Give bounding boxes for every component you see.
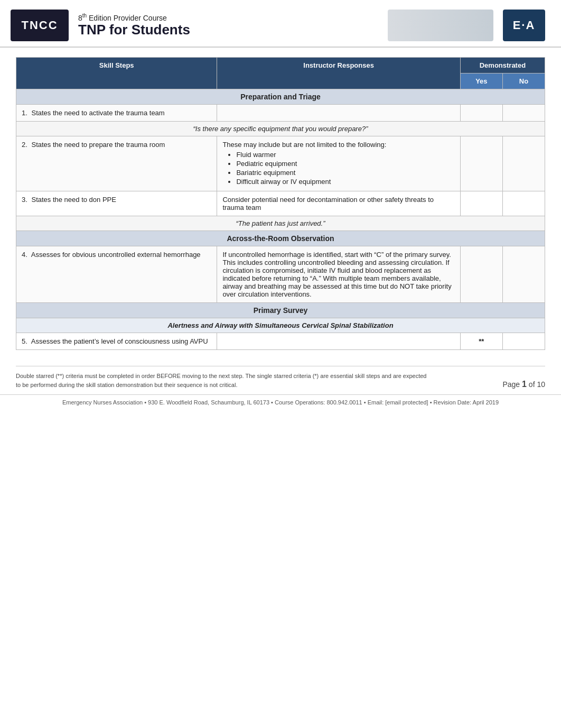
no-cell-2: [502, 136, 545, 191]
edition-label: 8th Edition Provider Course: [78, 13, 378, 22]
yes-cell-1: [460, 105, 502, 122]
table-row: 4. Assesses for obvious uncontrolled ext…: [16, 246, 545, 303]
col-header-yes: Yes: [460, 73, 502, 89]
no-cell-3: [502, 191, 545, 216]
col-header-response: Instructor Responses: [217, 58, 460, 89]
skill-cell-5: 5. Assesses the patient’s level of consc…: [16, 333, 217, 350]
response-cell-5: [217, 333, 460, 350]
section-prep-triage: Preparation and Triage: [16, 89, 545, 105]
response-cell-3: Consider potential need for decontaminat…: [217, 191, 460, 216]
skill-cell-3: 3. States the need to don PPE: [16, 191, 217, 216]
list-item: Difficult airway or IV equipment: [236, 178, 454, 186]
subsection-alertness: Alertness and Airway with Simultaneous C…: [16, 318, 545, 333]
list-item: Fluid warmer: [236, 151, 454, 159]
no-cell-4: [502, 246, 545, 303]
col-header-no: No: [502, 73, 545, 89]
footer-bar: Emergency Nurses Association • 930 E. Wo…: [0, 394, 561, 410]
list-item: Pediatric equipment: [236, 160, 454, 168]
footer-note: Double starred (**) criteria must be com…: [16, 366, 545, 389]
header-image: [388, 10, 493, 41]
response-cell-2: These may include but are not limited to…: [217, 136, 460, 191]
skill-cell-1: 1. States the need to activate the traum…: [16, 105, 217, 122]
yes-cell-5: **: [460, 333, 502, 350]
no-cell-1: [502, 105, 545, 122]
response-cell-4: If uncontrolled hemorrhage is identified…: [217, 246, 460, 303]
header-badge: E·A: [503, 10, 545, 41]
skill-cell-4: 4. Assesses for obvious uncontrolled ext…: [16, 246, 217, 303]
response-cell-1: [217, 105, 460, 122]
section-primary-survey: Primary Survey: [16, 303, 545, 318]
section-label: Primary Survey: [16, 303, 545, 318]
italic-label: “Is there any specific equipment that yo…: [16, 122, 545, 136]
logo-text: TNCC: [21, 19, 58, 32]
list-item: Bariatric equipment: [236, 169, 454, 177]
skill-table: Skill Steps Instructor Responses Demonst…: [16, 57, 545, 350]
italic-label: “The patient has just arrived.”: [16, 216, 545, 231]
page-header: TNCC 8th Edition Provider Course TNP for…: [0, 0, 561, 48]
table-row: 1. States the need to activate the traum…: [16, 105, 545, 122]
section-label: Across-the-Room Observation: [16, 231, 545, 246]
course-title: TNP for Students: [78, 22, 378, 38]
no-cell-5: [502, 333, 545, 350]
tncc-logo: TNCC: [11, 10, 69, 41]
italic-prompt-1: “Is there any specific equipment that yo…: [16, 122, 545, 136]
table-row: 3. States the need to don PPE Consider p…: [16, 191, 545, 216]
skill-cell-2: 2. States the need to prepare the trauma…: [16, 136, 217, 191]
page-info: Page 1 of 10: [502, 380, 545, 389]
main-content: Skill Steps Instructor Responses Demonst…: [0, 48, 561, 350]
footer-note-text: Double starred (**) criteria must be com…: [16, 372, 428, 389]
yes-cell-4: [460, 246, 502, 303]
section-across-room: Across-the-Room Observation: [16, 231, 545, 246]
col-header-demonstrated: Demonstrated: [460, 58, 545, 73]
italic-prompt-2: “The patient has just arrived.”: [16, 216, 545, 231]
col-header-skill: Skill Steps: [16, 58, 217, 89]
table-row: 2. States the need to prepare the trauma…: [16, 136, 545, 191]
table-row: 5. Assesses the patient’s level of consc…: [16, 333, 545, 350]
section-label: Preparation and Triage: [16, 89, 545, 105]
bullet-list-2: Fluid warmer Pediatric equipment Bariatr…: [222, 151, 454, 186]
yes-cell-3: [460, 191, 502, 216]
header-title-block: 8th Edition Provider Course TNP for Stud…: [78, 13, 378, 39]
yes-cell-2: [460, 136, 502, 191]
subsection-label: Alertness and Airway with Simultaneous C…: [16, 318, 545, 333]
